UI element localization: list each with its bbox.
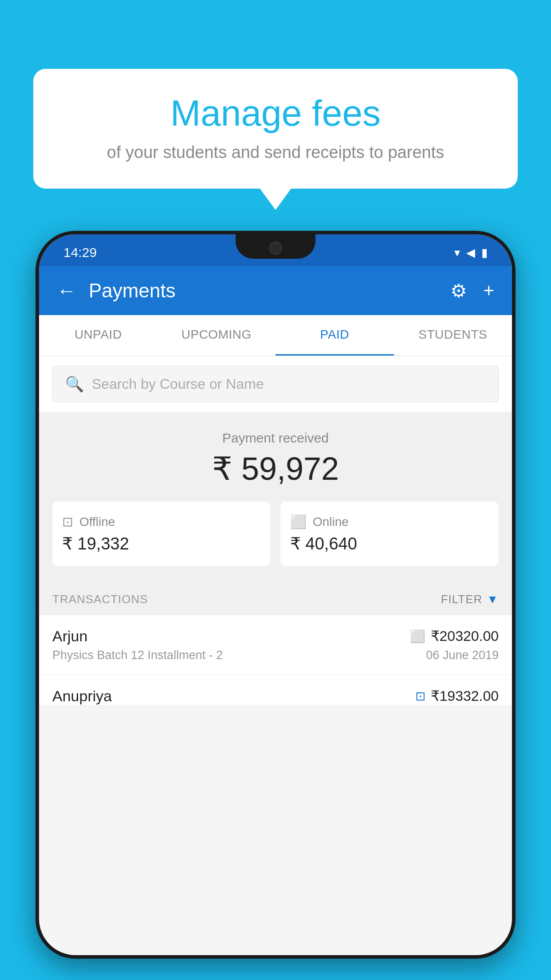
online-card: ⬜ Online ₹ 40,640: [280, 502, 499, 566]
online-payment-icon: ⬜: [410, 629, 425, 644]
tab-students[interactable]: STUDENTS: [394, 315, 512, 356]
offline-label: Offline: [79, 515, 115, 529]
bubble-subtitle: of your students and send receipts to pa…: [60, 143, 491, 162]
tab-paid[interactable]: PAID: [276, 315, 394, 356]
tab-unpaid[interactable]: UNPAID: [39, 315, 157, 356]
transaction-date: 06 June 2019: [426, 648, 499, 662]
transaction-desc: Physics Batch 12 Installment - 2: [52, 648, 223, 662]
online-icon: ⬜: [290, 514, 307, 530]
camera: [269, 241, 282, 255]
filter-icon: ▼: [487, 593, 499, 606]
search-icon: 🔍: [65, 375, 84, 393]
online-card-header: ⬜ Online: [290, 514, 489, 530]
bubble-title: Manage fees: [60, 93, 491, 133]
app-bar-actions: ⚙ +: [450, 280, 494, 302]
search-bar[interactable]: 🔍 Search by Course or Name: [52, 366, 499, 402]
transaction-amount-row-2: ⊡ ₹19332.00: [415, 688, 499, 704]
back-button[interactable]: ←: [57, 280, 76, 302]
phone-notch: [236, 234, 315, 259]
app-bar-title: Payments: [89, 280, 438, 302]
status-time: 14:29: [63, 245, 97, 260]
offline-payment-icon: ⊡: [415, 689, 425, 703]
filter-button[interactable]: FILTER ▼: [441, 593, 499, 606]
tab-upcoming[interactable]: UPCOMING: [157, 315, 276, 356]
transaction-amount-row: ⬜ ₹20320.00: [410, 628, 499, 644]
transaction-name-2: Anupriya: [52, 688, 112, 705]
transaction-top-2: Anupriya ⊡ ₹19332.00: [52, 688, 499, 705]
settings-button[interactable]: ⚙: [450, 280, 467, 302]
battery-icon: ▮: [481, 246, 488, 260]
transaction-amount-2: ₹19332.00: [431, 688, 499, 704]
tabs-bar: UNPAID UPCOMING PAID STUDENTS: [39, 315, 512, 356]
payment-section: Payment received ₹ 59,972 ⊡ Offline ₹ 19…: [39, 412, 512, 579]
transactions-header: TRANSACTIONS FILTER ▼: [39, 579, 512, 615]
transaction-amount: ₹20320.00: [431, 628, 499, 644]
offline-icon: ⊡: [62, 514, 73, 530]
transaction-row-partial[interactable]: Anupriya ⊡ ₹19332.00: [39, 675, 512, 705]
transaction-name: Arjun: [52, 628, 87, 645]
signal-icon: ◀: [466, 246, 475, 260]
speech-bubble: Manage fees of your students and send re…: [33, 69, 518, 189]
offline-card-header: ⊡ Offline: [62, 514, 261, 530]
search-input[interactable]: Search by Course or Name: [92, 376, 264, 392]
filter-label: FILTER: [441, 593, 483, 606]
transaction-row[interactable]: Arjun ⬜ ₹20320.00 Physics Batch 12 Insta…: [39, 615, 512, 675]
online-amount: ₹ 40,640: [290, 534, 489, 553]
app-bar: ← Payments ⚙ +: [39, 266, 512, 315]
phone-screen: 14:29 ▾ ◀ ▮ ← Payments ⚙ + UNPAID UPCO: [39, 234, 512, 955]
payment-amount: ₹ 59,972: [52, 450, 499, 487]
transaction-bottom: Physics Batch 12 Installment - 2 06 June…: [52, 648, 499, 662]
offline-card: ⊡ Offline ₹ 19,332: [52, 502, 271, 566]
offline-amount: ₹ 19,332: [62, 534, 261, 553]
wifi-icon: ▾: [454, 246, 460, 260]
phone-frame: 14:29 ▾ ◀ ▮ ← Payments ⚙ + UNPAID UPCO: [35, 231, 516, 959]
add-button[interactable]: +: [483, 280, 494, 301]
search-container: 🔍 Search by Course or Name: [39, 356, 512, 412]
transaction-top: Arjun ⬜ ₹20320.00: [52, 628, 499, 645]
payment-label: Payment received: [52, 431, 499, 446]
phone-container: 14:29 ▾ ◀ ▮ ← Payments ⚙ + UNPAID UPCO: [35, 231, 516, 980]
status-icons: ▾ ◀ ▮: [454, 246, 488, 260]
payment-cards: ⊡ Offline ₹ 19,332 ⬜ Online ₹ 40,640: [52, 502, 499, 566]
transactions-label: TRANSACTIONS: [52, 593, 148, 606]
online-label: Online: [313, 515, 349, 529]
